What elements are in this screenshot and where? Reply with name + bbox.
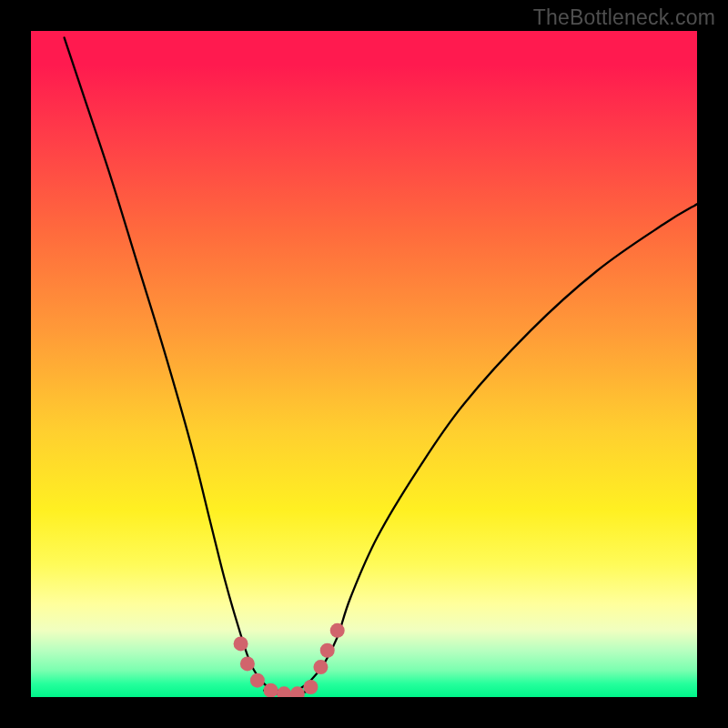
marker-point bbox=[240, 656, 255, 671]
marker-point bbox=[264, 683, 278, 697]
curve-right-curve bbox=[298, 204, 697, 690]
marker-point bbox=[234, 636, 248, 651]
curve-left-curve bbox=[65, 37, 278, 690]
chart-frame: TheBottleneck.com bbox=[0, 0, 728, 728]
plot-area bbox=[31, 31, 697, 697]
watermark-text: TheBottleneck.com bbox=[533, 5, 715, 30]
markers-group bbox=[234, 623, 345, 697]
marker-point bbox=[303, 680, 318, 694]
curves-group bbox=[65, 37, 697, 693]
marker-point bbox=[277, 686, 291, 697]
marker-point bbox=[313, 660, 328, 674]
marker-point bbox=[330, 623, 345, 638]
marker-point bbox=[250, 673, 265, 688]
marker-point bbox=[320, 643, 335, 658]
chart-svg bbox=[31, 31, 697, 697]
